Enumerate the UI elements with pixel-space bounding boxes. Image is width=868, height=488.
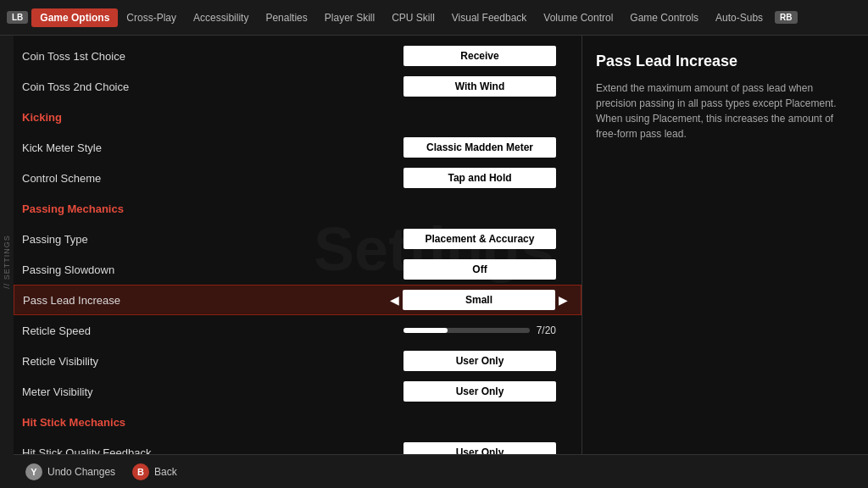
y-button-icon: Y: [25, 463, 42, 480]
slider-reticle-speed[interactable]: 7/20: [403, 324, 556, 336]
info-panel: Pass Lead Increase Extend the maximum am…: [581, 36, 868, 488]
value-box-kick-meter-style[interactable]: Classic Madden Meter: [403, 137, 556, 158]
label-kick-meter-style: Kick Meter Style: [22, 141, 387, 154]
value-box-coin-toss-2[interactable]: With Wind: [403, 76, 556, 97]
label-control-scheme: Control Scheme: [22, 172, 387, 185]
row-control-scheme: Control Scheme Tap and Hold: [14, 163, 581, 193]
arrow-left-pass-lead[interactable]: ◀: [390, 293, 399, 307]
undo-changes-label: Undo Changes: [47, 466, 115, 478]
settings-list: Coin Toss 1st Choice Receive Coin Toss 2…: [14, 36, 581, 488]
label-pass-lead-increase: Pass Lead Increase: [23, 294, 386, 307]
tab-cpu-skill[interactable]: CPU Skill: [383, 8, 443, 27]
value-box-meter-visibility[interactable]: User Only: [403, 381, 556, 402]
info-panel-title: Pass Lead Increase: [596, 53, 854, 70]
row-reticle-speed: Reticle Speed 7/20: [14, 315, 581, 346]
value-box-passing-type[interactable]: Placement & Accuracy: [403, 229, 556, 249]
slider-track-reticle-speed: [403, 328, 530, 333]
lb-button[interactable]: LB: [7, 11, 28, 24]
value-box-coin-toss-1[interactable]: Receive: [403, 46, 556, 66]
value-control-scheme[interactable]: Tap and Hold: [387, 168, 573, 188]
label-coin-toss-1: Coin Toss 1st Choice: [22, 50, 387, 63]
back-button[interactable]: B Back: [132, 463, 177, 480]
tab-volume-control[interactable]: Volume Control: [535, 8, 621, 27]
row-pass-lead-increase: Pass Lead Increase ◀ Small ▶: [14, 285, 581, 315]
category-hit-stick-mechanics: Hit Stick Mechanics: [14, 407, 581, 437]
category-kicking: Kicking: [14, 102, 581, 132]
label-passing-mechanics: Passing Mechanics: [22, 202, 573, 215]
rb-button[interactable]: RB: [775, 11, 797, 24]
bottom-bar: Y Undo Changes B Back: [14, 454, 868, 488]
label-hit-stick-mechanics: Hit Stick Mechanics: [22, 416, 573, 429]
label-reticle-visibility: Reticle Visibility: [22, 355, 387, 368]
value-coin-toss-1[interactable]: Receive: [387, 46, 573, 66]
info-panel-description: Extend the maximum amount of pass lead w…: [596, 80, 854, 141]
value-box-passing-slowdown[interactable]: Off: [403, 259, 556, 280]
undo-changes-button[interactable]: Y Undo Changes: [25, 463, 115, 480]
label-kicking: Kicking: [22, 111, 573, 124]
row-coin-toss-1: Coin Toss 1st Choice Receive: [14, 41, 581, 71]
back-label: Back: [154, 466, 177, 478]
settings-vertical-label: // SETTINGS: [0, 36, 14, 488]
row-reticle-visibility: Reticle Visibility User Only: [14, 346, 581, 376]
tab-game-controls[interactable]: Game Controls: [621, 8, 707, 27]
row-passing-type: Passing Type Placement & Accuracy: [14, 224, 581, 254]
value-passing-type[interactable]: Placement & Accuracy: [387, 229, 573, 249]
row-passing-slowdown: Passing Slowdown Off: [14, 254, 581, 285]
tab-game-options[interactable]: Game Options: [31, 8, 118, 27]
tab-auto-subs[interactable]: Auto-Subs: [707, 8, 771, 27]
value-box-reticle-visibility[interactable]: User Only: [403, 351, 556, 371]
tab-visual-feedback[interactable]: Visual Feedback: [443, 8, 536, 27]
value-passing-slowdown[interactable]: Off: [387, 259, 573, 280]
main-content: Coin Toss 1st Choice Receive Coin Toss 2…: [14, 36, 868, 488]
label-coin-toss-2: Coin Toss 2nd Choice: [22, 80, 387, 93]
tab-penalties[interactable]: Penalties: [257, 8, 315, 27]
b-button-icon: B: [132, 463, 149, 480]
row-meter-visibility: Meter Visibility User Only: [14, 376, 581, 407]
slider-fill-reticle-speed: [403, 328, 448, 333]
tab-accessibility[interactable]: Accessibility: [185, 8, 257, 27]
label-meter-visibility: Meter Visibility: [22, 385, 387, 398]
category-passing-mechanics: Passing Mechanics: [14, 193, 581, 224]
value-meter-visibility[interactable]: User Only: [387, 381, 573, 402]
top-nav: LB Game Options Cross-Play Accessibility…: [0, 0, 868, 36]
value-reticle-visibility[interactable]: User Only: [387, 351, 573, 371]
value-box-control-scheme[interactable]: Tap and Hold: [403, 168, 556, 188]
value-pass-lead-increase[interactable]: ◀ Small ▶: [386, 290, 572, 310]
row-coin-toss-2: Coin Toss 2nd Choice With Wind: [14, 71, 581, 102]
value-coin-toss-2[interactable]: With Wind: [387, 76, 573, 97]
value-box-pass-lead-increase[interactable]: Small: [403, 290, 555, 310]
tab-player-skill[interactable]: Player Skill: [316, 8, 383, 27]
arrow-right-pass-lead[interactable]: ▶: [559, 293, 568, 307]
value-kick-meter-style[interactable]: Classic Madden Meter: [387, 137, 573, 158]
label-passing-type: Passing Type: [22, 233, 387, 246]
label-reticle-speed: Reticle Speed: [22, 324, 387, 337]
slider-value-reticle-speed: 7/20: [537, 324, 556, 336]
value-reticle-speed[interactable]: 7/20: [387, 324, 573, 336]
label-passing-slowdown: Passing Slowdown: [22, 263, 387, 276]
row-kick-meter-style: Kick Meter Style Classic Madden Meter: [14, 132, 581, 163]
tab-cross-play[interactable]: Cross-Play: [118, 8, 185, 27]
arrows-container-pass-lead: ◀ Small ▶: [390, 290, 568, 310]
